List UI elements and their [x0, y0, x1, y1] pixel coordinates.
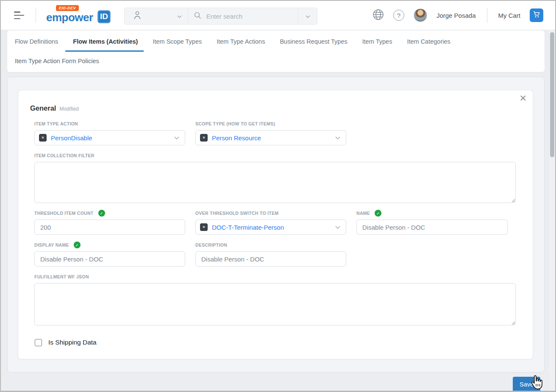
field-label: DISPLAY NAME — [34, 242, 69, 247]
selected-value: Person Resource — [212, 134, 331, 142]
search-options-toggle[interactable] — [298, 8, 317, 24]
item-type-action-select[interactable]: ✕ PersonDisable — [34, 130, 185, 145]
chevron-down-icon — [335, 223, 340, 231]
field-label: OVER THRESHOLD SWITCH TO ITEM — [195, 211, 278, 216]
is-shipping-data-label: Is Shipping Data — [48, 339, 97, 346]
field-threshold-item-count: THRESHOLD ITEM COUNT ✓ — [34, 210, 185, 235]
is-shipping-data-checkbox[interactable] — [35, 339, 42, 346]
form-row-3: DISPLAY NAME ✓ DESCRIPTION — [34, 242, 516, 267]
section-header: General Modified — [30, 104, 516, 112]
chevron-down-icon — [174, 134, 179, 142]
tab-flow-definitions[interactable]: Flow Definitions — [15, 37, 58, 52]
tab-item-scope-types[interactable]: Item Scope Types — [153, 37, 202, 52]
search-input[interactable] — [206, 13, 292, 20]
section-title: General — [30, 104, 56, 112]
global-search — [124, 8, 317, 25]
field-label: ITEM COLLECTION FILTER — [34, 153, 95, 158]
remove-chip-icon[interactable]: ✕ — [200, 134, 208, 142]
my-cart-label[interactable]: My Cart — [498, 12, 521, 19]
language-button[interactable] — [373, 9, 384, 22]
globe-icon — [373, 9, 384, 22]
empowerid-logo[interactable]: EID-DEV empower ID — [46, 4, 110, 26]
cart-icon — [533, 11, 540, 19]
selected-value: PersonDisable — [51, 134, 170, 142]
search-field-wrap — [188, 8, 298, 24]
header-divider — [487, 8, 487, 22]
check-icon: ✓ — [375, 210, 381, 217]
hamburger-menu-icon[interactable] — [14, 11, 25, 19]
close-icon[interactable]: ✕ — [519, 94, 527, 103]
field-item-type-action: ITEM TYPE ACTION ✕ PersonDisable — [34, 120, 185, 145]
tab-item-types[interactable]: Item Types — [362, 37, 392, 52]
user-name[interactable]: Jorge Posada — [436, 12, 476, 19]
display-name-input[interactable] — [34, 251, 185, 267]
form-row-filter: ITEM COLLECTION FILTER — [34, 152, 516, 203]
tab-row: Flow Definitions Flow Items (Activities)… — [15, 37, 545, 52]
fulfillment-wf-json-textarea[interactable] — [34, 283, 516, 325]
modified-badge: Modified — [59, 106, 78, 112]
remove-chip-icon[interactable]: ✕ — [39, 134, 47, 142]
form-row-2: THRESHOLD ITEM COUNT ✓ OVER THRESHOLD SW… — [34, 210, 516, 235]
threshold-item-count-input[interactable] — [34, 220, 185, 235]
user-avatar[interactable] — [414, 8, 427, 22]
field-label: SCOPE TYPE (HOW TO GET ITEMS) — [195, 121, 275, 126]
check-icon: ✓ — [74, 242, 81, 248]
tab-business-request-types[interactable]: Business Request Types — [280, 37, 347, 52]
field-is-shipping-data: Is Shipping Data — [35, 339, 516, 346]
save-button[interactable]: Save — [513, 377, 540, 392]
field-name: NAME ✓ — [356, 210, 508, 235]
chevron-down-icon — [306, 12, 310, 20]
selected-value: DOC-T-Terminate-Person — [212, 224, 331, 231]
name-input[interactable] — [356, 220, 508, 235]
chevron-down-icon — [177, 12, 182, 20]
item-collection-filter-textarea[interactable] — [34, 162, 516, 203]
field-label: ITEM TYPE ACTION — [34, 121, 78, 126]
tab-item-categories[interactable]: Item Categories — [407, 37, 450, 52]
field-fulfillment-wf-json: FULFILLMENT WF JSON — [34, 273, 516, 325]
field-description: DESCRIPTION — [195, 242, 346, 267]
general-form-card: ✕ General Modified ITEM TYPE ACTION ✕ Pe… — [18, 90, 533, 359]
field-over-threshold: OVER THRESHOLD SWITCH TO ITEM ✕ DOC-T-Te… — [195, 210, 346, 235]
field-label: FULFILLMENT WF JSON — [34, 274, 89, 279]
field-scope-type: SCOPE TYPE (HOW TO GET ITEMS) ✕ Person R… — [195, 120, 346, 145]
tab-row-overflow: Item Type Action Form Policies — [15, 58, 545, 64]
check-icon: ✓ — [98, 210, 105, 217]
general-form: General Modified ITEM TYPE ACTION ✕ Pers… — [18, 90, 533, 346]
help-button[interactable]: ? — [393, 10, 404, 21]
header-actions: ? Jorge Posada My Cart — [373, 1, 543, 30]
app-header: EID-DEV empower ID — [1, 1, 555, 30]
chevron-down-icon — [335, 134, 340, 142]
field-item-collection-filter: ITEM COLLECTION FILTER — [34, 152, 516, 203]
scope-type-select[interactable]: ✕ Person Resource — [195, 130, 346, 145]
form-row-json: FULFILLMENT WF JSON — [34, 273, 516, 325]
tab-bar: Flow Definitions Flow Items (Activities)… — [7, 31, 545, 72]
tab-item-type-actions[interactable]: Item Type Actions — [217, 37, 265, 52]
description-input[interactable] — [195, 251, 346, 267]
field-label: DESCRIPTION — [195, 242, 227, 247]
header-divider — [36, 8, 36, 23]
field-label: NAME — [356, 211, 370, 216]
search-icon — [194, 12, 201, 21]
person-icon — [133, 11, 142, 22]
field-display-name: DISPLAY NAME ✓ — [34, 242, 185, 267]
tab-flow-items-activities[interactable]: Flow Items (Activities) — [73, 37, 138, 52]
search-scope-select[interactable] — [125, 8, 188, 24]
help-icon: ? — [393, 10, 404, 21]
env-badge: EID-DEV — [56, 5, 79, 11]
brand-name: empower — [46, 11, 93, 24]
form-row-1: ITEM TYPE ACTION ✕ PersonDisable SCOPE T… — [34, 120, 516, 145]
page-scrollbar[interactable] — [549, 31, 555, 391]
field-label: THRESHOLD ITEM COUNT — [34, 211, 94, 216]
over-threshold-select[interactable]: ✕ DOC-T-Terminate-Person — [195, 220, 346, 235]
scrollbar-thumb[interactable] — [550, 32, 554, 157]
cart-button[interactable] — [530, 8, 543, 22]
brand-suffix: ID — [97, 10, 111, 23]
remove-chip-icon[interactable]: ✕ — [200, 223, 208, 231]
tab-item-type-action-form-policies[interactable]: Item Type Action Form Policies — [15, 58, 99, 64]
